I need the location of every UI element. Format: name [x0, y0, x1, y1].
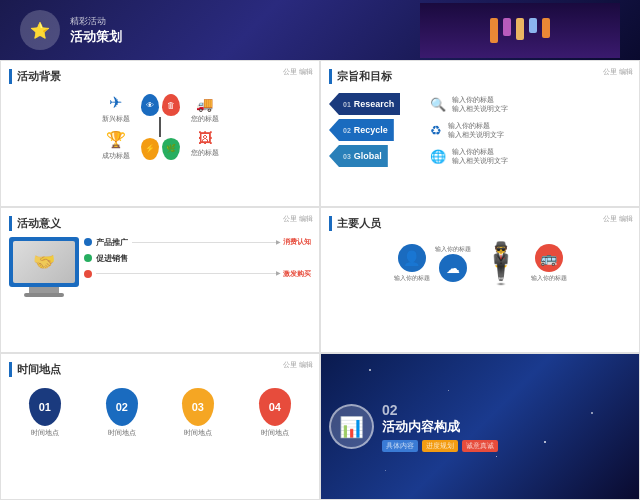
content-main-title: 活动内容构成: [382, 418, 631, 436]
icon-truck: 🚚 您的标题: [191, 96, 219, 124]
goal-row-3: 03 Global 🌐 输入你的标题输入相关说明文字: [329, 145, 631, 167]
panel3-title: 活动意义: [9, 216, 311, 231]
goal1-label: Research: [354, 99, 395, 109]
left-person-label: 输入你的标题: [394, 274, 430, 283]
content-tags: 具体内容 进度规划 诚意真诚: [382, 440, 631, 452]
stage-figures: [490, 18, 550, 43]
monitor: 🤝: [9, 237, 79, 287]
dot-green: [84, 254, 92, 262]
meaning-item-1: 产品推广 消费认知: [84, 237, 311, 248]
main-grid: ⭐ 精彩活动 活动策划 活动背景 公里 编辑: [0, 0, 640, 500]
monitor-base: [24, 293, 64, 297]
top-person-icon: ☁: [439, 254, 467, 282]
meaning-items: 产品推广 消费认知 促进销售 激发购买: [84, 237, 311, 279]
drop-shape-1: 01: [29, 388, 61, 426]
panel-huodong-yiyi: 活动意义 公里 编辑 🤝 产品推广 消费认知: [0, 207, 320, 354]
panel-zongzhi: 宗旨和目标 公里 编辑 01 Research 🔍 输入你的标题输入相关说明文字…: [320, 60, 640, 207]
main-person: 🕴: [476, 240, 526, 287]
goal2-label: Recycle: [354, 125, 388, 135]
tag-2: 进度规划: [422, 440, 458, 452]
panel4-edit: 公里 编辑: [603, 214, 633, 223]
icon-plane: ✈ 新兴标题: [102, 93, 130, 124]
icon-trophy: 🏆 成功标题: [102, 130, 130, 161]
panel-shijian-didian: 时间地点 公里 编辑 01 时间地点 02 时间地点 03 时间地点: [0, 353, 320, 500]
panel1-edit: 公里 编辑: [283, 67, 313, 76]
meaning-item-2: 促进销售: [84, 253, 311, 264]
panel-huodong-beijing: 活动背景 公里 编辑 ✈ 新兴标题 🏆 成功标题 👁 🗑: [0, 60, 320, 207]
result-1: 消费认知: [283, 237, 311, 247]
top-banner: ⭐ 精彩活动 活动策划: [0, 0, 640, 60]
drop-shape-3: 03: [182, 388, 214, 426]
goal-row-1: 01 Research 🔍 输入你的标题输入相关说明文字: [329, 93, 631, 115]
dot-blue: [84, 238, 92, 246]
content-title-area: 02 活动内容构成 具体内容 进度规划 诚意真诚: [382, 402, 631, 452]
top-person-label: 输入你的标题: [435, 245, 471, 254]
tag-3: 诚意真诚: [462, 440, 498, 452]
content-circle: 📊: [329, 404, 374, 449]
drop-02: 02 时间地点: [106, 388, 138, 438]
banner-right: [420, 3, 620, 58]
panel-zhuyao-renyuan: 主要人员 公里 编辑 👤 输入你的标题 输入你的标题 ☁ 🕴: [320, 207, 640, 354]
monitor-wrap: 🤝: [9, 237, 79, 297]
result-3: 激发购买: [283, 269, 311, 279]
arrow-3: [96, 273, 279, 274]
label-tuiguang: 产品推广: [96, 237, 128, 248]
flower-center: 👁 🗑 ⚡ 🌿: [141, 94, 180, 160]
goals-list: 01 Research 🔍 输入你的标题输入相关说明文字 02 Recycle …: [329, 90, 631, 170]
goal1-icon: 🔍: [430, 97, 446, 112]
meaning-item-3: 激发购买: [84, 269, 311, 279]
tag-1: 具体内容: [382, 440, 418, 452]
label-cujin: 促进销售: [96, 253, 128, 264]
right-person-icon: 🚌: [535, 244, 563, 272]
panel1-title: 活动背景: [9, 69, 311, 84]
banner-logo: ⭐: [20, 10, 60, 50]
goal3-text: 输入你的标题输入相关说明文字: [452, 147, 508, 165]
icon-image: 🖼 您的标题: [191, 130, 219, 158]
goal-row-2: 02 Recycle ♻ 输入你的标题输入相关说明文字: [329, 119, 631, 141]
goal2-text: 输入你的标题输入相关说明文字: [448, 121, 504, 139]
banner-title: 活动策划: [70, 28, 122, 46]
content-circle-icon: 📊: [339, 415, 364, 439]
panel5-edit: 公里 编辑: [283, 360, 313, 369]
drop-shape-2: 02: [106, 388, 138, 426]
panel4-title: 主要人员: [329, 216, 631, 231]
goal3-label: Global: [354, 151, 382, 161]
meaning-content: 🤝 产品推广 消费认知 促进销售: [9, 237, 311, 297]
panel2-title: 宗旨和目标: [329, 69, 631, 84]
drop-shape-4: 04: [259, 388, 291, 426]
panel5-title: 时间地点: [9, 362, 311, 377]
goal2-icon: ♻: [430, 123, 442, 138]
panel-huodong-neirong: 📊 02 活动内容构成 具体内容 进度规划 诚意真诚: [320, 353, 640, 500]
panel3-edit: 公里 编辑: [283, 214, 313, 223]
drop-04: 04 时间地点: [259, 388, 291, 438]
drop-03: 03 时间地点: [182, 388, 214, 438]
dot-red: [84, 270, 92, 278]
right-person-label: 输入你的标题: [531, 274, 567, 283]
drop-01: 01 时间地点: [29, 388, 61, 438]
banner-subtitle: 精彩活动: [70, 15, 122, 28]
arrow-1: [132, 242, 279, 243]
content-inner: 📊 02 活动内容构成 具体内容 进度规划 诚意真诚: [329, 362, 631, 491]
panel2-edit: 公里 编辑: [603, 67, 633, 76]
monitor-stand: [29, 287, 59, 293]
goal1-text: 输入你的标题输入相关说明文字: [452, 95, 508, 113]
content-num: 02: [382, 402, 631, 418]
time-drops: 01 时间地点 02 时间地点 03 时间地点 04 时间地点: [9, 383, 311, 443]
banner-left: ⭐ 精彩活动 活动策划: [20, 10, 122, 50]
goal3-icon: 🌐: [430, 149, 446, 164]
left-person-icon: 👤: [398, 244, 426, 272]
stage-image: [420, 3, 620, 58]
monitor-screen: 🤝: [13, 241, 75, 283]
